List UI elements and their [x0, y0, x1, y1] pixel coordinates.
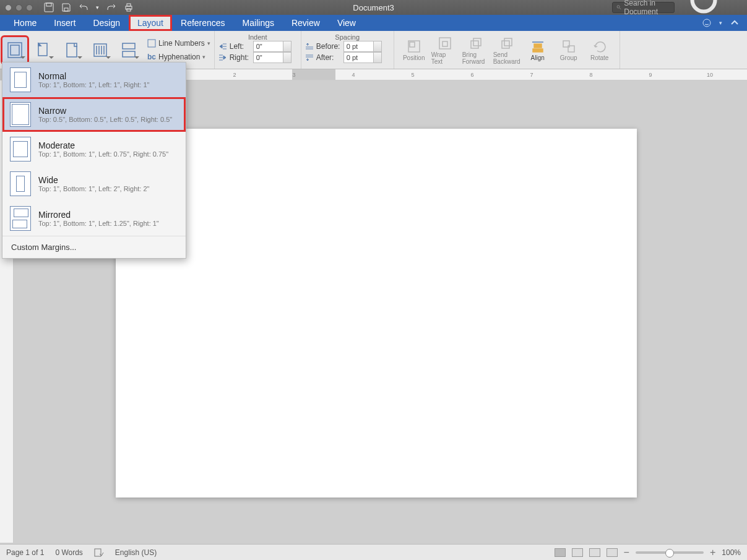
spacing-after-icon [305, 53, 314, 62]
margins-normal-title: Normal [38, 71, 150, 81]
document-title: Document3 [353, 3, 394, 12]
svg-rect-12 [67, 43, 77, 57]
line-numbers-button[interactable]: Line Numbers ▾ [147, 38, 210, 49]
margins-option-wide[interactable]: Wide Top: 1", Bottom: 1", Left: 2", Righ… [2, 166, 186, 201]
margins-option-moderate[interactable]: Moderate Top: 1", Bottom: 1", Left: 0.75… [2, 132, 186, 166]
margins-wide-title: Wide [38, 175, 150, 185]
spacing-before-label: Before: [316, 42, 341, 51]
search-icon [616, 4, 621, 11]
orientation-button[interactable] [31, 37, 56, 63]
zoom-in-button[interactable]: + [710, 547, 715, 558]
undo-dropdown-icon[interactable]: ▾ [96, 4, 99, 11]
indent-left-input[interactable]: 0" [253, 41, 291, 52]
svg-rect-20 [148, 40, 155, 47]
margins-wide-desc: Top: 1", Bottom: 1", Left: 2", Right: 2" [38, 185, 150, 192]
spacing-before-icon [305, 42, 314, 51]
spacing-after-label: After: [316, 53, 341, 62]
margins-custom-button[interactable]: Custom Margins... [2, 236, 186, 258]
status-bar: Page 1 of 1 0 Words English (US) − + 100… [0, 544, 747, 560]
tab-references[interactable]: References [172, 15, 234, 31]
indent-left-label: Left: [230, 42, 251, 51]
view-focus-icon[interactable] [572, 548, 583, 557]
tab-insert[interactable]: Insert [45, 15, 84, 31]
indent-right-input[interactable]: 0" [253, 52, 291, 63]
svg-rect-22 [410, 42, 415, 47]
tab-mailings[interactable]: Mailings [234, 15, 283, 31]
margins-mirrored-desc: Top: 1", Bottom: 1", Left: 1.25", Right:… [38, 220, 159, 227]
svg-rect-4 [127, 4, 131, 6]
spacing-before-input[interactable]: 0 pt [343, 41, 382, 52]
breaks-button[interactable] [116, 37, 141, 63]
tab-review[interactable]: Review [283, 15, 329, 31]
size-button[interactable] [59, 37, 84, 63]
wrap-text-button[interactable]: Wrap Text [430, 35, 460, 65]
group-button[interactable]: Group [554, 38, 584, 61]
print-icon[interactable] [124, 2, 134, 12]
page[interactable] [116, 129, 637, 498]
svg-rect-30 [534, 44, 542, 48]
undo-icon[interactable] [79, 2, 89, 12]
indent-left-icon [218, 42, 227, 51]
search-placeholder: Search in Document [624, 0, 670, 16]
margins-normal-icon [10, 67, 31, 92]
margins-wide-icon [10, 171, 31, 196]
margins-option-narrow[interactable]: Narrow Top: 0.5", Bottom: 0.5", Left: 0.… [2, 97, 186, 132]
svg-rect-10 [11, 45, 19, 55]
position-button[interactable]: Position [399, 38, 429, 61]
rotate-button[interactable]: Rotate [585, 38, 615, 61]
margins-dropdown: Normal Top: 1", Bottom: 1", Left: 1", Ri… [2, 62, 186, 259]
svg-rect-23 [439, 38, 451, 49]
hyphenation-button[interactable]: bc Hyphenation ▾ [147, 51, 210, 62]
view-draft-icon[interactable] [607, 548, 618, 557]
indent-right-label: Right: [230, 53, 251, 62]
window-controls [5, 4, 33, 11]
maximize-window-icon[interactable] [26, 4, 33, 11]
spacing-after-input[interactable]: 0 pt [343, 52, 382, 63]
save-icon[interactable] [61, 2, 71, 12]
status-words[interactable]: 0 Words [55, 548, 82, 557]
spellcheck-icon[interactable] [94, 548, 104, 557]
hyphenation-label: Hyphenation [158, 53, 200, 61]
titlebar: ▾ Document3 Search in Document [0, 0, 747, 15]
view-outline-icon[interactable] [589, 548, 600, 557]
svg-rect-19 [123, 51, 135, 57]
minimize-window-icon[interactable] [15, 4, 22, 11]
margins-narrow-title: Narrow [38, 106, 172, 116]
svg-rect-26 [473, 38, 481, 46]
margins-option-normal[interactable]: Normal Top: 1", Bottom: 1", Left: 1", Ri… [2, 62, 186, 97]
align-button[interactable]: Align [523, 38, 553, 61]
margins-narrow-icon [10, 102, 31, 127]
spacing-section-label: Spacing [305, 33, 390, 41]
columns-button[interactable] [88, 37, 113, 63]
zoom-slider[interactable] [636, 551, 704, 554]
svg-rect-27 [504, 38, 512, 46]
status-page[interactable]: Page 1 of 1 [6, 548, 44, 557]
line-numbers-label: Line Numbers [158, 39, 205, 48]
search-input[interactable]: Search in Document [612, 2, 675, 13]
status-language[interactable]: English (US) [115, 548, 157, 557]
tab-view[interactable]: View [329, 15, 365, 31]
tab-layout[interactable]: Layout [129, 15, 172, 31]
redo-icon[interactable] [106, 2, 116, 12]
margins-mirrored-title: Mirrored [38, 210, 159, 220]
indent-section-label: Indent [218, 33, 297, 41]
close-window-icon[interactable] [5, 4, 12, 11]
margins-option-mirrored[interactable]: Mirrored Top: 1", Bottom: 1", Left: 1.25… [2, 201, 186, 236]
view-print-layout-icon[interactable] [555, 548, 566, 557]
margins-moderate-icon [10, 137, 31, 162]
zoom-out-button[interactable]: − [624, 547, 629, 558]
svg-point-7 [693, 0, 715, 11]
autosave-icon[interactable] [44, 2, 54, 12]
tab-design[interactable]: Design [84, 15, 129, 31]
send-backward-button[interactable]: Send Backward [492, 35, 522, 65]
indent-right-icon [218, 53, 227, 62]
svg-rect-0 [45, 3, 53, 12]
margins-mirrored-icon [10, 206, 31, 231]
svg-rect-31 [533, 49, 543, 52]
bring-forward-button[interactable]: Bring Forward [461, 35, 491, 65]
zoom-level[interactable]: 100% [722, 548, 741, 557]
tab-home[interactable]: Home [5, 15, 45, 31]
svg-rect-28 [502, 41, 509, 48]
margins-button[interactable] [2, 37, 27, 63]
quick-access-toolbar: ▾ [44, 2, 134, 12]
